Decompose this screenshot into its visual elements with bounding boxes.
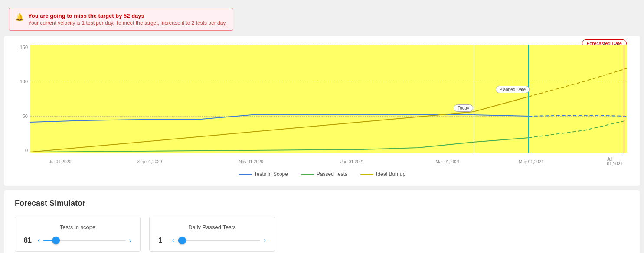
tests-in-scope-value: 81 [24,237,34,244]
y-label-100: 100 [20,79,28,84]
chart-legend: Tests in Scope Passed Tests Ideal Burnup [13,171,631,177]
alert-title: You are going to miss the target by 52 d… [28,13,227,19]
daily-passed-tests-slider[interactable] [178,240,260,241]
y-axis: 150 100 50 0 [13,45,30,153]
forecasted-date-line [624,45,624,153]
tests-in-scope-slider[interactable] [43,240,125,241]
tests-in-scope-slider-thumb[interactable] [52,237,60,244]
legend-line-passed [301,174,314,175]
x-label-sep2020: Sep 01,2020 [137,159,162,164]
planned-date-line [528,45,529,153]
y-label-150: 150 [20,45,28,50]
alert-box: 🔔 You are going to miss the target by 52… [9,8,233,31]
alert-body: Your current velocity is 1 test per day.… [28,20,227,26]
x-label-jul2021: Jul 01,2021 [607,157,622,166]
today-annotation: Today [454,104,473,112]
daily-passed-tests-slider-thumb[interactable] [178,237,186,244]
daily-passed-tests-controls: 1 ‹ › [158,237,266,244]
chart-plot: Today Planned Date [30,45,627,153]
daily-passed-tests-label: Daily Passed Tests [158,224,266,230]
today-line [474,45,474,153]
y-label-50: 50 [23,114,28,119]
simulator-section: Forecast Simulator Tests in scope 81 ‹ ›… [4,190,640,253]
daily-passed-tests-card: Daily Passed Tests 1 ‹ › [149,217,275,252]
tests-in-scope-increment[interactable]: › [129,237,131,244]
x-label-mar2021: Mar 01,2021 [435,159,460,164]
x-label-jan2021: Jan 01,2021 [340,159,364,164]
daily-passed-tests-decrement[interactable]: ‹ [172,237,174,244]
chart-svg [30,45,627,153]
legend-line-burnup [360,174,373,175]
simulator-title: Forecast Simulator [15,199,629,208]
x-label-jul2020: Jul 01,2020 [49,159,72,164]
planned-date-annotation: Planned Date [496,86,530,93]
simulator-cards: Tests in scope 81 ‹ › Daily Passed Tests… [15,217,629,252]
page-wrapper: 🔔 You are going to miss the target by 52… [0,0,644,253]
legend-line-scope [239,174,252,175]
chart-area: 150 100 50 0 [13,45,631,166]
legend-tests-scope: Tests in Scope [239,171,288,177]
alert-content: You are going to miss the target by 52 d… [28,13,227,26]
legend-passed-tests: Passed Tests [301,171,347,177]
tests-in-scope-card: Tests in scope 81 ‹ › [15,217,141,252]
chart-section: Forecasted Date 150 100 50 0 [4,36,640,186]
legend-ideal-burnup: Ideal Burnup [360,171,405,177]
y-label-0: 0 [25,148,28,153]
tests-in-scope-controls: 81 ‹ › [24,237,131,244]
tests-in-scope-decrement[interactable]: ‹ [38,237,40,244]
tests-in-scope-label: Tests in scope [24,224,131,230]
x-label-nov2020: Nov 01,2020 [239,159,263,164]
x-label-may2021: May 01,2021 [519,159,544,164]
x-axis: Jul 01,2020 Sep 01,2020 Nov 01,2020 Jan … [30,157,627,166]
daily-passed-tests-value: 1 [158,237,169,244]
alert-section: 🔔 You are going to miss the target by 52… [0,0,644,36]
daily-passed-tests-increment[interactable]: › [264,237,266,244]
bell-icon: 🔔 [15,13,24,21]
